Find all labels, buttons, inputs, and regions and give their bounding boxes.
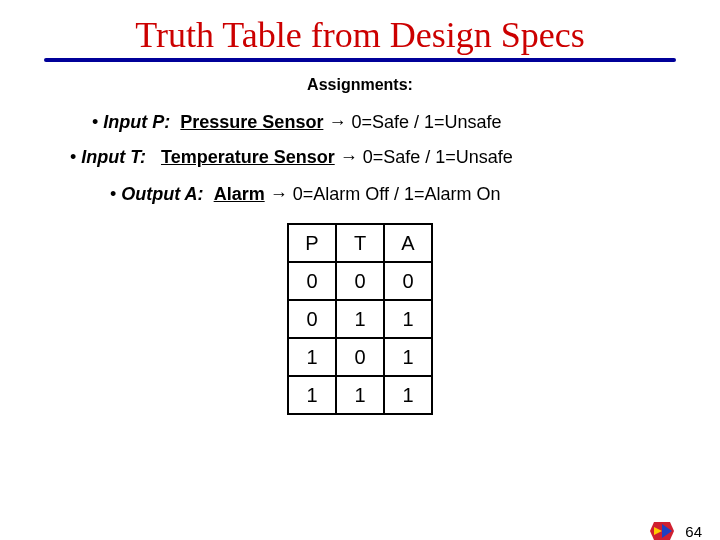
cell: 1 <box>384 376 432 414</box>
cell: 1 <box>384 338 432 376</box>
bullet-label: Input P: <box>103 112 170 132</box>
slide-title: Truth Table from Design Specs <box>0 14 720 56</box>
cell: 1 <box>336 300 384 338</box>
bullet-name: Alarm <box>214 184 265 204</box>
cell: 1 <box>336 376 384 414</box>
col-header-t: T <box>336 224 384 262</box>
table-row: 1 1 1 <box>288 376 432 414</box>
page-number: 64 <box>685 523 702 540</box>
bullet-tail: → 0=Safe / 1=Unsafe <box>323 112 501 132</box>
cell: 1 <box>288 338 336 376</box>
bullet-label: Output A: <box>121 184 203 204</box>
cell: 0 <box>384 262 432 300</box>
table-row: 0 1 1 <box>288 300 432 338</box>
table-row: 0 0 0 <box>288 262 432 300</box>
cell: 0 <box>288 262 336 300</box>
table-header-row: P T A <box>288 224 432 262</box>
bullet-list: • Input P: Pressure Sensor → 0=Safe / 1=… <box>70 112 650 205</box>
bullet-input-p: • Input P: Pressure Sensor → 0=Safe / 1=… <box>92 112 650 133</box>
cell: 0 <box>336 338 384 376</box>
cell: 1 <box>384 300 432 338</box>
col-header-a: A <box>384 224 432 262</box>
truth-table: P T A 0 0 0 0 1 1 1 0 1 1 1 1 <box>287 223 433 415</box>
bullet-tail: → 0=Alarm Off / 1=Alarm On <box>265 184 501 204</box>
bullet-input-t: • Input T: Temperature Sensor → 0=Safe /… <box>70 147 650 168</box>
bullet-name: Temperature Sensor <box>161 147 335 167</box>
logo-icon <box>648 518 676 540</box>
table-row: 1 0 1 <box>288 338 432 376</box>
col-header-p: P <box>288 224 336 262</box>
title-underline <box>44 58 676 62</box>
bullet-output-a: • Output A: Alarm → 0=Alarm Off / 1=Alar… <box>110 184 650 205</box>
cell: 0 <box>336 262 384 300</box>
cell: 0 <box>288 300 336 338</box>
bullet-label: Input T: <box>81 147 146 167</box>
assignments-heading: Assignments: <box>0 76 720 94</box>
slide: Truth Table from Design Specs Assignment… <box>0 14 720 540</box>
bullet-tail: → 0=Safe / 1=Unsafe <box>335 147 513 167</box>
bullet-name: Pressure Sensor <box>180 112 323 132</box>
cell: 1 <box>288 376 336 414</box>
